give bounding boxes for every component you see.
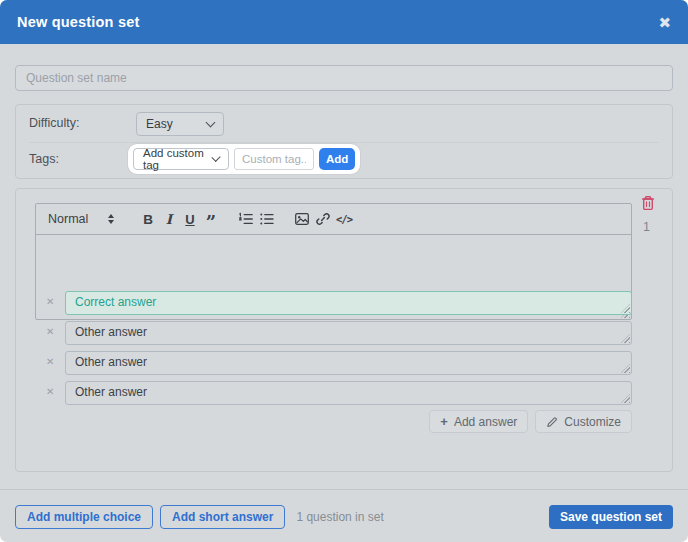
remove-answer-icon[interactable]: ✕ xyxy=(46,357,54,367)
modal-header: New question set ✖ xyxy=(0,0,688,44)
other-answer-field[interactable]: Other answer xyxy=(65,381,632,405)
resize-handle[interactable] xyxy=(621,394,630,403)
blockquote-button[interactable]: ” xyxy=(203,204,219,234)
plus-icon: + xyxy=(440,415,448,428)
answer-actions: + Add answer Customize xyxy=(35,410,632,433)
add-multiple-choice-button[interactable]: Add multiple choice xyxy=(15,505,153,529)
remove-answer-icon[interactable]: ✕ xyxy=(46,387,54,397)
question-count-text: 1 question in set xyxy=(296,510,383,524)
custom-tag-input[interactable] xyxy=(234,148,314,170)
ordered-list-icon[interactable] xyxy=(238,208,254,230)
answer-row: ✕ Other answer xyxy=(16,321,672,345)
new-question-set-modal: New question set ✖ Difficulty: Easy Tags… xyxy=(0,0,688,542)
remove-answer-icon[interactable]: ✕ xyxy=(46,327,54,337)
other-answer-field[interactable]: Other answer xyxy=(65,351,632,375)
answer-row: ✕ Other answer xyxy=(16,351,672,375)
close-icon[interactable]: ✖ xyxy=(658,15,671,30)
bold-button[interactable]: B xyxy=(140,208,156,230)
save-question-set-button[interactable]: Save question set xyxy=(549,505,673,529)
underline-button[interactable]: U xyxy=(182,208,198,230)
correct-answer-field[interactable]: Correct answer xyxy=(65,291,632,315)
format-select[interactable]: Normal xyxy=(48,212,114,226)
footer: Add multiple choice Add short answer 1 q… xyxy=(15,505,673,529)
chevron-down-icon xyxy=(206,118,216,128)
remove-answer-icon[interactable]: ✕ xyxy=(46,297,54,307)
settings-panel: Difficulty: Easy Tags: Add custom tag Ad… xyxy=(15,104,673,179)
code-icon[interactable]: </> xyxy=(336,208,352,230)
tag-select[interactable]: Add custom tag xyxy=(133,148,229,170)
question-set-name-input[interactable] xyxy=(15,65,673,91)
editor-toolbar: Normal B I U ” xyxy=(36,204,631,235)
link-icon[interactable] xyxy=(315,208,331,230)
delete-question-icon[interactable] xyxy=(641,195,655,211)
bullet-list-icon[interactable] xyxy=(259,208,275,230)
resize-handle[interactable] xyxy=(621,304,630,313)
pencil-icon xyxy=(546,416,558,428)
difficulty-label: Difficulty: xyxy=(29,116,79,130)
tags-label: Tags: xyxy=(29,152,59,166)
resize-handle[interactable] xyxy=(621,334,630,343)
add-answer-button[interactable]: + Add answer xyxy=(429,410,528,433)
resize-handle[interactable] xyxy=(621,364,630,373)
footer-divider xyxy=(0,489,688,490)
difficulty-select[interactable]: Easy xyxy=(136,112,224,136)
format-value: Normal xyxy=(48,212,88,226)
question-number: 1 xyxy=(643,220,650,234)
tags-highlight-callout: Add custom tag Add xyxy=(128,144,360,174)
tag-select-value: Add custom tag xyxy=(143,147,213,171)
modal-title: New question set xyxy=(17,14,139,30)
settings-row-divider xyxy=(29,142,659,143)
question-panel: Normal B I U ” xyxy=(15,188,673,472)
italic-button[interactable]: I xyxy=(161,208,177,230)
answer-row: ✕ Correct answer xyxy=(16,291,672,315)
image-icon[interactable] xyxy=(294,208,310,230)
difficulty-selected-value: Easy xyxy=(146,117,173,131)
updown-icon xyxy=(108,214,114,225)
customize-button[interactable]: Customize xyxy=(535,410,632,433)
add-short-answer-button[interactable]: Add short answer xyxy=(160,505,285,529)
add-tag-button[interactable]: Add xyxy=(319,148,355,170)
answer-row: ✕ Other answer xyxy=(16,381,672,405)
other-answer-field[interactable]: Other answer xyxy=(65,321,632,345)
